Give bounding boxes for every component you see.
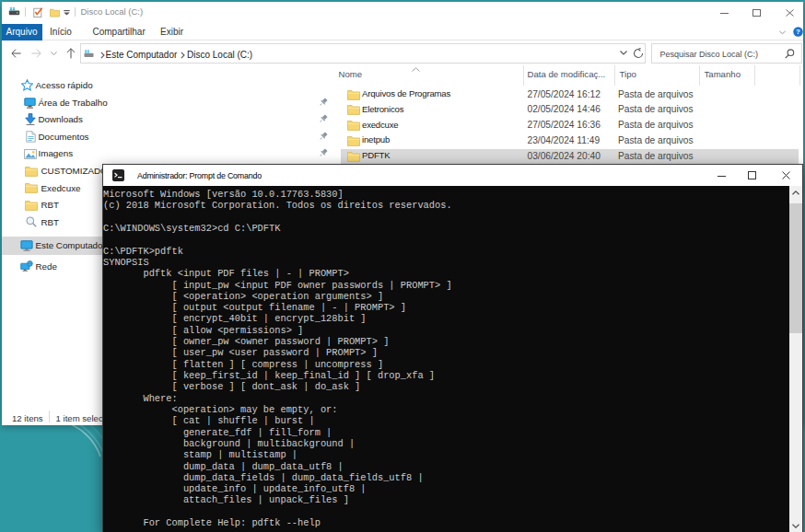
svg-text:?: ? — [796, 28, 800, 36]
